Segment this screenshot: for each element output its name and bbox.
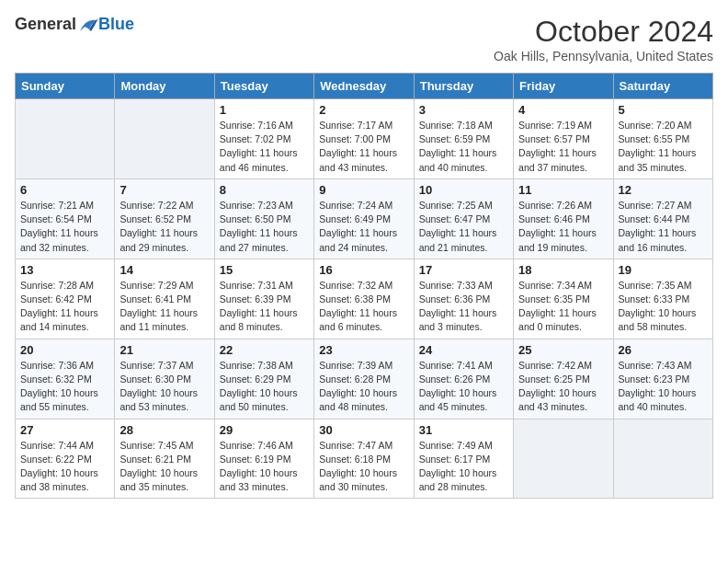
day-number: 6	[20, 183, 109, 197]
day-number: 17	[419, 263, 508, 277]
month-title: October 2024	[494, 15, 713, 49]
day-number: 21	[119, 343, 209, 357]
day-number: 10	[419, 183, 508, 197]
calendar-week-4: 20Sunrise: 7:36 AMSunset: 6:32 PMDayligh…	[16, 339, 713, 419]
day-number: 26	[619, 343, 708, 357]
day-number: 31	[419, 423, 508, 437]
calendar-cell: 16Sunrise: 7:32 AMSunset: 6:38 PMDayligh…	[314, 259, 414, 339]
title-section: October 2024 Oak Hills, Pennsylvania, Un…	[494, 15, 713, 63]
location: Oak Hills, Pennsylvania, United States	[494, 49, 713, 63]
day-info: Sunrise: 7:46 AMSunset: 6:19 PMDaylight:…	[220, 439, 309, 495]
day-info: Sunrise: 7:36 AMSunset: 6:32 PMDaylight:…	[20, 359, 109, 415]
calendar-cell	[115, 99, 214, 179]
weekday-header-sunday: Sunday	[16, 74, 115, 99]
day-number: 4	[518, 103, 608, 117]
calendar-cell	[613, 419, 712, 499]
calendar-cell: 28Sunrise: 7:45 AMSunset: 6:21 PMDayligh…	[115, 419, 214, 499]
day-number: 1	[220, 103, 309, 117]
day-info: Sunrise: 7:37 AMSunset: 6:30 PMDaylight:…	[119, 359, 209, 415]
calendar-week-1: 1Sunrise: 7:16 AMSunset: 7:02 PMDaylight…	[16, 99, 713, 179]
weekday-header-thursday: Thursday	[414, 74, 513, 99]
weekday-header-monday: Monday	[115, 74, 214, 99]
calendar-cell: 25Sunrise: 7:42 AMSunset: 6:25 PMDayligh…	[514, 339, 613, 419]
day-info: Sunrise: 7:49 AMSunset: 6:17 PMDaylight:…	[419, 439, 508, 495]
calendar-cell: 20Sunrise: 7:36 AMSunset: 6:32 PMDayligh…	[16, 339, 115, 419]
day-info: Sunrise: 7:20 AMSunset: 6:55 PMDaylight:…	[619, 119, 708, 175]
weekday-header-friday: Friday	[514, 74, 613, 99]
calendar-cell: 22Sunrise: 7:38 AMSunset: 6:29 PMDayligh…	[214, 339, 313, 419]
calendar-cell: 4Sunrise: 7:19 AMSunset: 6:57 PMDaylight…	[514, 99, 613, 179]
day-info: Sunrise: 7:24 AMSunset: 6:49 PMDaylight:…	[319, 199, 408, 255]
calendar-cell: 11Sunrise: 7:26 AMSunset: 6:46 PMDayligh…	[514, 178, 613, 259]
weekday-header-row: SundayMondayTuesdayWednesdayThursdayFrid…	[16, 74, 713, 99]
day-number: 19	[619, 263, 708, 277]
calendar-cell: 5Sunrise: 7:20 AMSunset: 6:55 PMDaylight…	[613, 99, 712, 179]
day-number: 30	[319, 423, 408, 437]
calendar-cell: 9Sunrise: 7:24 AMSunset: 6:49 PMDaylight…	[314, 178, 414, 259]
day-number: 12	[619, 183, 708, 197]
day-info: Sunrise: 7:45 AMSunset: 6:21 PMDaylight:…	[119, 439, 209, 495]
day-number: 7	[119, 183, 209, 197]
day-number: 8	[220, 183, 309, 197]
day-info: Sunrise: 7:17 AMSunset: 7:00 PMDaylight:…	[319, 119, 408, 175]
calendar-cell: 23Sunrise: 7:39 AMSunset: 6:28 PMDayligh…	[314, 339, 414, 419]
calendar-cell: 29Sunrise: 7:46 AMSunset: 6:19 PMDayligh…	[214, 419, 313, 499]
calendar-week-3: 13Sunrise: 7:28 AMSunset: 6:42 PMDayligh…	[16, 259, 713, 339]
weekday-header-wednesday: Wednesday	[314, 74, 414, 99]
day-number: 13	[20, 263, 109, 277]
day-info: Sunrise: 7:28 AMSunset: 6:42 PMDaylight:…	[20, 279, 109, 335]
calendar-cell: 24Sunrise: 7:41 AMSunset: 6:26 PMDayligh…	[414, 339, 513, 419]
calendar-cell: 30Sunrise: 7:47 AMSunset: 6:18 PMDayligh…	[314, 419, 414, 499]
day-number: 23	[319, 343, 408, 357]
day-number: 9	[319, 183, 408, 197]
logo-general: General	[15, 15, 76, 34]
calendar-cell: 26Sunrise: 7:43 AMSunset: 6:23 PMDayligh…	[613, 339, 712, 419]
day-number: 27	[20, 423, 109, 437]
day-info: Sunrise: 7:31 AMSunset: 6:39 PMDaylight:…	[220, 279, 309, 335]
weekday-header-tuesday: Tuesday	[214, 74, 313, 99]
day-number: 25	[518, 343, 608, 357]
calendar-cell: 3Sunrise: 7:18 AMSunset: 6:59 PMDaylight…	[414, 99, 513, 179]
calendar-cell: 27Sunrise: 7:44 AMSunset: 6:22 PMDayligh…	[16, 419, 115, 499]
day-number: 16	[319, 263, 408, 277]
day-info: Sunrise: 7:47 AMSunset: 6:18 PMDaylight:…	[319, 439, 408, 495]
calendar-week-2: 6Sunrise: 7:21 AMSunset: 6:54 PMDaylight…	[16, 178, 713, 259]
calendar-cell: 13Sunrise: 7:28 AMSunset: 6:42 PMDayligh…	[16, 259, 115, 339]
day-number: 18	[518, 263, 608, 277]
calendar-cell: 31Sunrise: 7:49 AMSunset: 6:17 PMDayligh…	[414, 419, 513, 499]
day-number: 2	[319, 103, 408, 117]
calendar-cell: 14Sunrise: 7:29 AMSunset: 6:41 PMDayligh…	[115, 259, 214, 339]
day-info: Sunrise: 7:33 AMSunset: 6:36 PMDaylight:…	[419, 279, 508, 335]
day-info: Sunrise: 7:27 AMSunset: 6:44 PMDaylight:…	[619, 199, 708, 255]
calendar-cell: 6Sunrise: 7:21 AMSunset: 6:54 PMDaylight…	[16, 178, 115, 259]
calendar-week-5: 27Sunrise: 7:44 AMSunset: 6:22 PMDayligh…	[16, 419, 713, 499]
day-number: 29	[220, 423, 309, 437]
logo-bird-icon	[78, 17, 98, 33]
day-number: 11	[518, 183, 608, 197]
day-info: Sunrise: 7:44 AMSunset: 6:22 PMDaylight:…	[20, 439, 109, 495]
calendar-cell: 1Sunrise: 7:16 AMSunset: 7:02 PMDaylight…	[214, 99, 313, 179]
calendar-cell: 15Sunrise: 7:31 AMSunset: 6:39 PMDayligh…	[214, 259, 313, 339]
day-info: Sunrise: 7:25 AMSunset: 6:47 PMDaylight:…	[419, 199, 508, 255]
day-info: Sunrise: 7:18 AMSunset: 6:59 PMDaylight:…	[419, 119, 508, 175]
day-info: Sunrise: 7:16 AMSunset: 7:02 PMDaylight:…	[220, 119, 309, 175]
calendar-cell: 17Sunrise: 7:33 AMSunset: 6:36 PMDayligh…	[414, 259, 513, 339]
day-info: Sunrise: 7:29 AMSunset: 6:41 PMDaylight:…	[119, 279, 209, 335]
day-number: 15	[220, 263, 309, 277]
day-info: Sunrise: 7:42 AMSunset: 6:25 PMDaylight:…	[518, 359, 608, 415]
day-info: Sunrise: 7:34 AMSunset: 6:35 PMDaylight:…	[518, 279, 608, 335]
day-number: 3	[419, 103, 508, 117]
calendar-cell	[16, 99, 115, 179]
day-number: 28	[119, 423, 209, 437]
calendar-cell: 12Sunrise: 7:27 AMSunset: 6:44 PMDayligh…	[613, 178, 712, 259]
day-info: Sunrise: 7:35 AMSunset: 6:33 PMDaylight:…	[619, 279, 708, 335]
day-info: Sunrise: 7:43 AMSunset: 6:23 PMDaylight:…	[619, 359, 708, 415]
day-info: Sunrise: 7:32 AMSunset: 6:38 PMDaylight:…	[319, 279, 408, 335]
day-number: 24	[419, 343, 508, 357]
day-info: Sunrise: 7:26 AMSunset: 6:46 PMDaylight:…	[518, 199, 608, 255]
calendar-cell: 7Sunrise: 7:22 AMSunset: 6:52 PMDaylight…	[115, 178, 214, 259]
day-info: Sunrise: 7:41 AMSunset: 6:26 PMDaylight:…	[419, 359, 508, 415]
logo: General Blue	[15, 15, 134, 34]
calendar-table: SundayMondayTuesdayWednesdayThursdayFrid…	[15, 73, 713, 499]
calendar-cell: 8Sunrise: 7:23 AMSunset: 6:50 PMDaylight…	[214, 178, 313, 259]
